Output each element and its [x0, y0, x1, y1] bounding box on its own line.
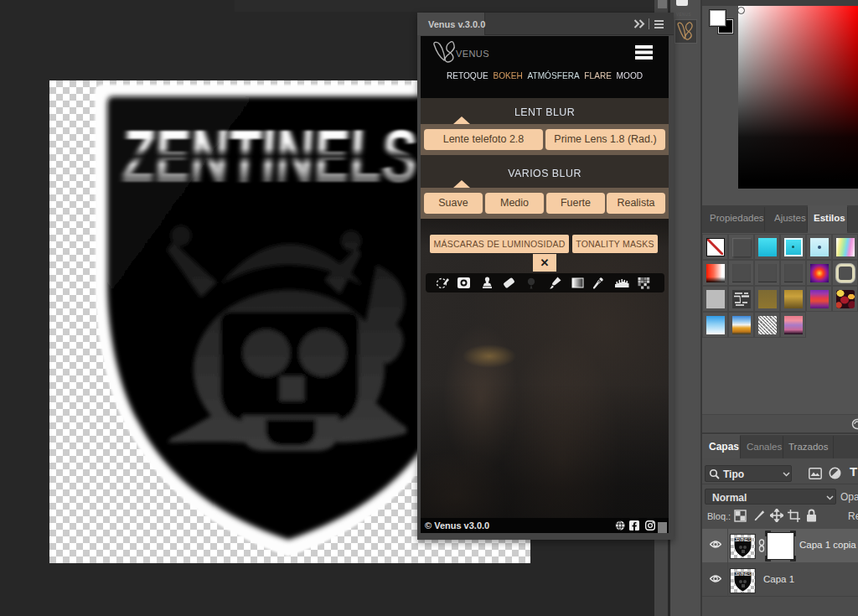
svg-text:ZENTINELS: ZENTINELS — [735, 572, 752, 577]
svg-text:VENUS: VENUS — [456, 49, 489, 59]
svg-text:ZENTINELS: ZENTINELS — [735, 537, 752, 542]
svg-text:ZENTINELS: ZENTINELS — [121, 115, 420, 198]
